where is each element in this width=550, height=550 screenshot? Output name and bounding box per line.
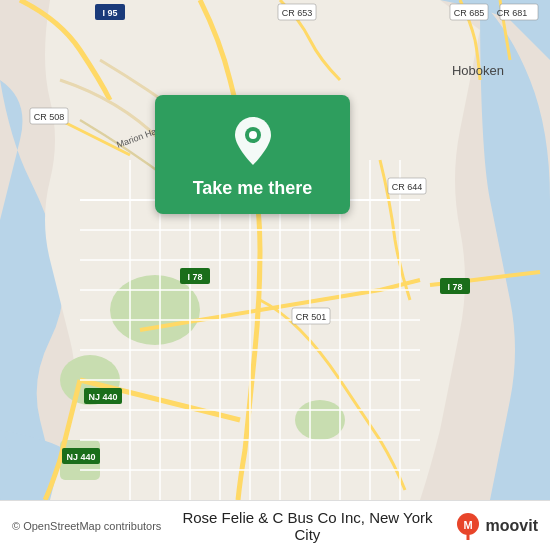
svg-text:NJ 440: NJ 440 [88,392,117,402]
svg-text:NJ 440: NJ 440 [66,452,95,462]
svg-text:CR 685: CR 685 [454,8,485,18]
svg-text:I 78: I 78 [187,272,202,282]
location-title: Rose Felie & C Bus Co Inc, New York City [169,509,445,543]
svg-point-3 [295,400,345,440]
moovit-logo: M moovit [454,512,538,540]
svg-text:CR 644: CR 644 [392,182,423,192]
svg-text:CR 508: CR 508 [34,112,65,122]
svg-point-1 [110,275,200,345]
footer-bar: © OpenStreetMap contributors Rose Felie … [0,500,550,550]
svg-text:CR 501: CR 501 [296,312,327,322]
map-svg: I 95 CR 653 CR 685 CR 681 CR 508 Hoboken… [0,0,550,500]
moovit-text: moovit [486,517,538,535]
osm-attribution: © OpenStreetMap contributors [12,520,161,532]
moovit-icon: M [454,512,482,540]
svg-text:M: M [463,519,472,531]
svg-text:I 78: I 78 [447,282,462,292]
take-me-there-label: Take me there [193,178,313,200]
location-pin-icon [229,113,277,168]
map-container: I 95 CR 653 CR 685 CR 681 CR 508 Hoboken… [0,0,550,500]
svg-text:CR 653: CR 653 [282,8,313,18]
svg-point-50 [249,131,257,139]
svg-text:CR 681: CR 681 [497,8,528,18]
svg-text:I 95: I 95 [102,8,117,18]
take-me-there-card[interactable]: Take me there [155,95,350,214]
svg-text:Hoboken: Hoboken [452,63,504,78]
